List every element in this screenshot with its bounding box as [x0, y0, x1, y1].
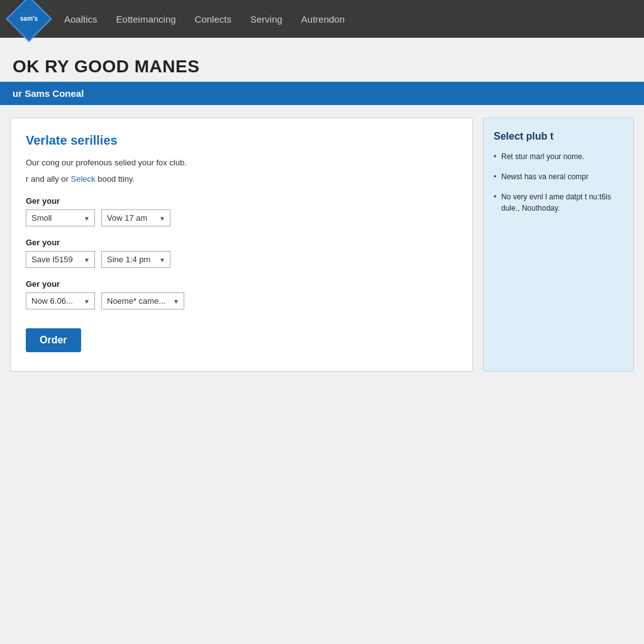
logo-text: sam's [20, 15, 38, 23]
nav-item-autrendon[interactable]: Autrendon [301, 14, 345, 25]
panel-desc1: Our cong our profenous selied your fox c… [26, 157, 457, 169]
nav-link-eotteimancing[interactable]: Eotteimancing [116, 14, 176, 25]
dropdown-wrapper-3b: Noeme* came...Option 2Option 3 ▼ [101, 292, 184, 309]
left-panel: Verlate serillies Our cong our profenous… [10, 118, 473, 372]
nav-item-analytics[interactable]: Aoaltics [64, 14, 97, 25]
dropdown-1a[interactable]: SmollMediumLarge [26, 209, 95, 226]
field-group-2: Ger your Save I5159Save I5160Save I5161 … [26, 238, 457, 268]
field-group-3: Ger your Now 6.06...Now 7.06...Now 8.06.… [26, 279, 457, 309]
dropdown-wrapper-2b: Sine 1:4 pmSine 2:4 pmSine 3:4 pm ▼ [101, 251, 170, 268]
dropdown-3b[interactable]: Noeme* came...Option 2Option 3 [101, 292, 184, 309]
nav-link-analytics[interactable]: Aoaltics [64, 14, 97, 25]
nav-link-autrendon[interactable]: Autrendon [301, 14, 345, 25]
dropdown-2b[interactable]: Sine 1:4 pmSine 2:4 pmSine 3:4 pm [101, 251, 170, 268]
field-group-1: Ger your SmollMediumLarge ▼ Vow 17 amVow… [26, 196, 457, 226]
field-label-1: Ger your [26, 196, 457, 206]
dropdown-wrapper-1b: Vow 17 amVow 18 amVow 19 am ▼ [101, 209, 170, 226]
list-item: No very evnl l ame datpt t nu:t6is dule.… [494, 191, 623, 214]
nav-link-conlects[interactable]: Conlects [195, 14, 231, 25]
order-button[interactable]: Order [26, 328, 81, 352]
dropdown-wrapper-3a: Now 6.06...Now 7.06...Now 8.06... ▼ [26, 292, 95, 309]
dropdown-2a[interactable]: Save I5159Save I5160Save I5161 [26, 251, 95, 268]
page-wrapper: ok ry good Manes ur Sams Coneal Verlate … [0, 38, 644, 644]
panel-desc2-text: r and ally or [26, 174, 69, 184]
seleck-link[interactable]: Seleck [71, 174, 96, 184]
page-title: ok ry good Manes [0, 50, 644, 82]
field-label-3: Ger your [26, 279, 457, 289]
list-item: Newst has va neral compr [494, 171, 623, 182]
nav-link-serving[interactable]: Serving [250, 14, 282, 25]
panel-desc3-text: bood ttiny. [97, 174, 135, 184]
top-navigation: sam's Aoaltics Eotteimancing Conlects Se… [0, 0, 644, 38]
right-panel-title: Select plub t [494, 131, 623, 142]
dropdowns-row-2: Save I5159Save I5160Save I5161 ▼ Sine 1:… [26, 251, 457, 268]
dropdown-3a[interactable]: Now 6.06...Now 7.06...Now 8.06... [26, 292, 95, 309]
nav-item-serving[interactable]: Serving [250, 14, 282, 25]
nav-item-conlects[interactable]: Conlects [195, 14, 231, 25]
content-area: Verlate serillies Our cong our profenous… [0, 118, 644, 372]
page-banner: ur Sams Coneal [0, 82, 644, 105]
panel-desc2: r and ally or Seleck bood ttiny. [26, 173, 457, 186]
dropdown-wrapper-2a: Save I5159Save I5160Save I5161 ▼ [26, 251, 95, 268]
logo[interactable]: sam's [6, 0, 52, 42]
nav-item-eotteimancing[interactable]: Eotteimancing [116, 14, 176, 25]
nav-menu: Aoaltics Eotteimancing Conlects Serving … [64, 14, 345, 25]
dropdown-1b[interactable]: Vow 17 amVow 18 amVow 19 am [101, 209, 170, 226]
dropdowns-row-3: Now 6.06...Now 7.06...Now 8.06... ▼ Noem… [26, 292, 457, 309]
dropdown-wrapper-1a: SmollMediumLarge ▼ [26, 209, 95, 226]
panel-title: Verlate serillies [26, 133, 457, 148]
dropdowns-row-1: SmollMediumLarge ▼ Vow 17 amVow 18 amVow… [26, 209, 457, 226]
right-panel: Select plub t Ret stur marl your nome. N… [483, 118, 634, 372]
list-item: Ret stur marl your nome. [494, 151, 623, 162]
field-label-2: Ger your [26, 238, 457, 247]
right-panel-list: Ret stur marl your nome. Newst has va ne… [494, 151, 623, 214]
